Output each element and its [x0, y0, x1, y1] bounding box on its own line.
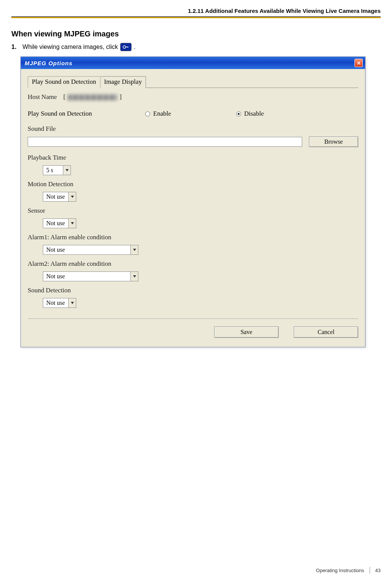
step-text-before: While viewing camera images, click [22, 44, 118, 50]
tab-play-sound[interactable]: Play Sound on Detection [28, 76, 100, 88]
host-name-value-blurred [68, 94, 117, 100]
svg-marker-2 [66, 169, 69, 171]
sensor-label: Sensor [28, 207, 358, 215]
options-toolbar-icon [120, 43, 132, 51]
motion-detection-combo[interactable]: Not use [43, 192, 76, 202]
step-number: 1. [11, 44, 16, 50]
svg-marker-6 [133, 275, 136, 278]
radio-enable-label: Enable [153, 110, 171, 118]
motion-detection-label: Motion Detection [28, 180, 358, 188]
radio-enable[interactable]: Enable [145, 110, 236, 118]
playback-time-combo[interactable]: 5 s [43, 165, 71, 175]
radio-icon [145, 111, 150, 116]
sensor-value: Not use [43, 219, 68, 228]
motion-detection-value: Not use [43, 192, 68, 201]
titlebar[interactable]: MJPEG Options ✕ [21, 57, 365, 69]
host-name-label: Host Name [28, 93, 57, 101]
save-button[interactable]: Save [214, 326, 279, 338]
mjpeg-options-dialog: MJPEG Options ✕ Play Sound on Detection … [20, 56, 365, 347]
page-header: 1.2.11 Additional Features Available Whi… [11, 8, 381, 16]
chevron-down-icon [68, 298, 76, 307]
sound-detection-value: Not use [43, 298, 68, 307]
play-sound-label: Play Sound on Detection [28, 110, 145, 118]
alarm2-combo[interactable]: Not use [43, 271, 138, 281]
tabs: Play Sound on Detection Image Display [28, 76, 358, 88]
radio-disable[interactable]: Disable [236, 110, 327, 118]
chevron-down-icon [63, 166, 71, 175]
svg-marker-4 [71, 222, 74, 224]
footer-divider [370, 567, 370, 574]
dialog-title: MJPEG Options [25, 60, 72, 66]
browse-button[interactable]: Browse [309, 136, 358, 147]
svg-marker-3 [71, 196, 74, 198]
svg-marker-7 [71, 302, 74, 304]
chevron-down-icon [130, 272, 138, 281]
subheading: When viewing MJPEG images [11, 30, 381, 38]
bracket-close: ] [119, 93, 122, 100]
sound-file-input[interactable] [28, 137, 302, 147]
host-name-row: Host Name [ ] [28, 93, 358, 101]
chevron-down-icon [130, 245, 138, 254]
play-sound-row: Play Sound on Detection Enable Disable [28, 110, 358, 118]
alarm2-label: Alarm2: Alarm enable condition [28, 260, 358, 268]
radio-disable-label: Disable [244, 110, 264, 118]
svg-point-0 [123, 46, 125, 49]
chevron-down-icon [68, 219, 76, 228]
tab-image-display[interactable]: Image Display [100, 76, 146, 88]
footer-page: 43 [375, 568, 381, 573]
sound-file-label: Sound File [28, 125, 358, 133]
playback-time-label: Playback Time [28, 154, 358, 162]
section-title: Additional Features Available While View… [205, 8, 381, 14]
cancel-button[interactable]: Cancel [294, 326, 358, 338]
alarm1-label: Alarm1: Alarm enable condition [28, 234, 358, 241]
playback-time-value: 5 s [43, 166, 63, 175]
svg-marker-5 [133, 249, 136, 251]
step-text-after: . [134, 44, 135, 50]
section-number: 1.2.11 [188, 8, 204, 14]
footer-doc: Operating Instructions [316, 568, 364, 573]
close-icon: ✕ [357, 60, 361, 66]
close-button[interactable]: ✕ [354, 59, 363, 67]
radio-icon [236, 111, 241, 116]
bracket-open: [ [63, 93, 66, 100]
sound-detection-combo[interactable]: Not use [43, 298, 76, 308]
alarm2-value: Not use [43, 272, 130, 281]
alarm1-value: Not use [43, 245, 130, 254]
chevron-down-icon [68, 192, 76, 201]
divider-gold [11, 17, 381, 18]
sensor-combo[interactable]: Not use [43, 218, 76, 228]
page-footer: Operating Instructions 43 [316, 567, 381, 574]
sound-detection-label: Sound Detection [28, 287, 358, 294]
step-1: 1. While viewing camera images, click . [11, 43, 381, 51]
alarm1-combo[interactable]: Not use [43, 245, 138, 255]
